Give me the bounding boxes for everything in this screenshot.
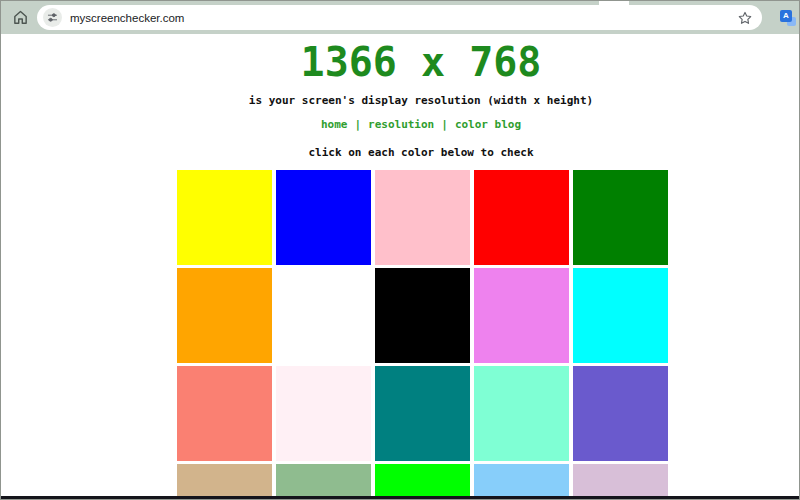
color-swatch-green[interactable] — [573, 170, 668, 265]
nav-links: home|resolution|color blog — [43, 118, 799, 131]
site-settings-badge[interactable] — [43, 8, 62, 27]
tune-icon — [47, 12, 58, 23]
nav-link-resolution[interactable]: resolution — [368, 118, 434, 131]
nav-link-home[interactable]: home — [321, 118, 348, 131]
color-swatch-red[interactable] — [474, 170, 569, 265]
color-swatch-tan[interactable] — [177, 464, 272, 500]
color-swatch-blue[interactable] — [276, 170, 371, 265]
browser-window: myscreenchecker.com A 1366 x 768 is your… — [0, 0, 800, 500]
color-swatch-lightskyblue[interactable] — [474, 464, 569, 500]
page-title: 1366 x 768 — [43, 40, 799, 84]
nav-separator: | — [441, 118, 448, 131]
home-icon[interactable] — [12, 9, 29, 26]
color-swatch-thistle[interactable] — [573, 464, 668, 500]
nav-link-color-blog[interactable]: color blog — [455, 118, 521, 131]
browser-toolbar: myscreenchecker.com A — [1, 1, 799, 34]
color-swatch-orange[interactable] — [177, 268, 272, 363]
translate-icon-front: A — [780, 10, 792, 22]
address-bar[interactable]: myscreenchecker.com — [37, 5, 762, 30]
star-icon[interactable] — [737, 10, 753, 26]
instruction-text: click on each color below to check — [43, 146, 799, 159]
color-swatch-teal[interactable] — [375, 366, 470, 461]
translate-icon[interactable]: A — [780, 10, 796, 26]
color-swatch-white[interactable] — [276, 268, 371, 363]
color-swatch-lavenderblush[interactable] — [276, 366, 371, 461]
nav-separator: | — [354, 118, 361, 131]
color-swatch-darkseagreen[interactable] — [276, 464, 371, 500]
color-swatch-pink[interactable] — [375, 170, 470, 265]
color-swatch-yellow[interactable] — [177, 170, 272, 265]
color-swatch-black[interactable] — [375, 268, 470, 363]
page-content: 1366 x 768 is your screen's display reso… — [43, 40, 799, 159]
window-bottom-border — [1, 496, 799, 499]
color-swatch-cyan[interactable] — [573, 268, 668, 363]
color-swatch-violet[interactable] — [474, 268, 569, 363]
color-swatch-slateblue[interactable] — [573, 366, 668, 461]
url-input[interactable]: myscreenchecker.com — [70, 12, 729, 24]
color-grid — [177, 170, 668, 500]
color-swatch-aquamarine[interactable] — [474, 366, 569, 461]
page-subtitle: is your screen's display resolution (wid… — [43, 94, 799, 107]
color-swatch-lime[interactable] — [375, 464, 470, 500]
color-swatch-salmon[interactable] — [177, 366, 272, 461]
